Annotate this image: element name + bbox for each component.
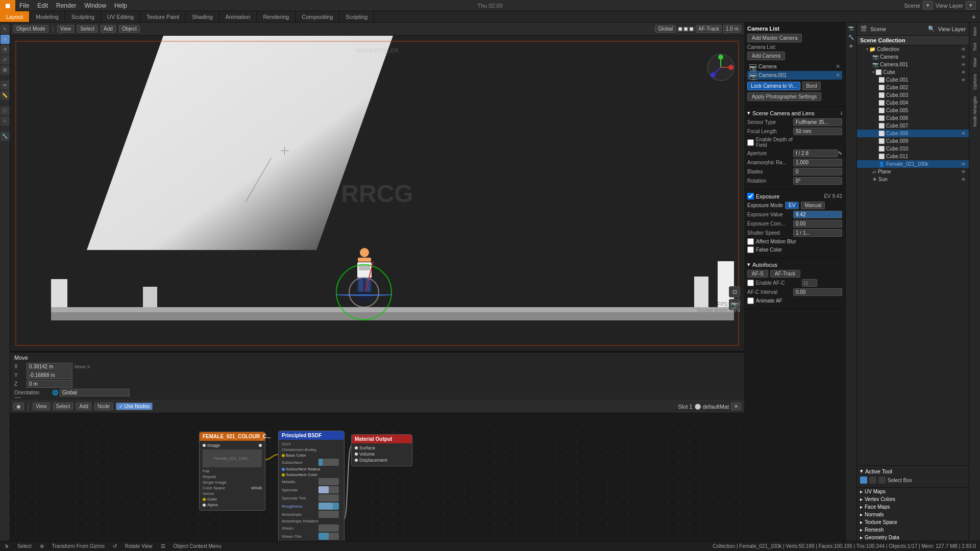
sc-camera001[interactable]: 📷 Camera.001 👁 [857, 61, 969, 68]
sc-cube010[interactable]: ⬜ Cube.010 [857, 145, 969, 153]
sc-cube005[interactable]: ⬜ Cube.005 [857, 107, 969, 114]
tp-orientation-select[interactable] [60, 389, 130, 396]
blades-value[interactable]: 0 [793, 168, 842, 176]
tab-rendering[interactable]: Rendering [257, 11, 296, 22]
menu-edit[interactable]: Edit [33, 0, 52, 11]
sc-cube009[interactable]: ⬜ Cube.009 [857, 137, 969, 145]
tab-uv-editing[interactable]: UV Editing [101, 11, 140, 22]
menu-help[interactable]: Help [110, 0, 131, 11]
scene-selector[interactable]: ▾ [923, 1, 933, 10]
toolbar-move[interactable]: ⊕ [1, 35, 10, 44]
node-image-texture[interactable]: FEMALE_021_COLOUR_C... Image Female_021_… [199, 432, 265, 511]
apply-photographer-btn[interactable]: Apply Photographer Settings [747, 92, 821, 101]
bord-btn[interactable]: Bord [802, 82, 820, 90]
sc-cube008-eye[interactable]: 👁 [961, 131, 966, 136]
toolbar-add-cube[interactable]: □ [1, 106, 10, 115]
depth-of-field-check[interactable] [747, 139, 754, 146]
exposure-value-input[interactable]: 9.42 [793, 211, 842, 218]
camera-item-camera[interactable]: 📷 Camera ✕ [747, 62, 842, 71]
tab-item-right[interactable]: Item [971, 23, 978, 39]
camera-item-camera001[interactable]: 📷 Camera.001 ✕ [747, 71, 842, 80]
sc-female021-eye[interactable]: 👁 [961, 162, 966, 167]
camera-remove-camera[interactable]: ✕ [836, 63, 840, 70]
sc-cube-eye[interactable]: 👁 [961, 70, 966, 75]
tp-z-input[interactable] [27, 380, 72, 388]
geometry-data-title[interactable]: ▸ Geometry Data [860, 535, 966, 540]
active-tool-title[interactable]: ▾ Active Tool [860, 468, 966, 474]
view-layer-selector[interactable]: ▾ [966, 1, 976, 10]
aperture-value[interactable]: f / 2.8 [793, 149, 838, 157]
normals-title[interactable]: ▸ Normals [860, 512, 966, 517]
sc-sun-eye[interactable]: 👁 [961, 177, 966, 182]
remesh-title[interactable]: ▸ Remesh [860, 527, 966, 533]
sc-cube002[interactable]: ⬜ Cube.002 [857, 84, 969, 91]
viewport-overlay-btn[interactable]: AF-Track [696, 25, 722, 33]
sc-cube006[interactable]: ⬜ Cube.006 [857, 114, 969, 122]
camera-remove-camera001[interactable]: ✕ [836, 72, 840, 79]
sc-cube004[interactable]: ⬜ Cube.004 [857, 99, 969, 107]
tab-shading[interactable]: Shading [186, 11, 219, 22]
sc-cube011[interactable]: ⬜ Cube.011 [857, 153, 969, 160]
node-select-btn[interactable]: Select [53, 403, 74, 410]
sensor-type-select[interactable]: Fullframe 35... [793, 118, 842, 126]
tab-compositing[interactable]: Compositing [296, 11, 339, 22]
focal-length-value[interactable]: 50 mm [793, 128, 842, 135]
texture-space-title[interactable]: ▸ Texture Space [860, 519, 966, 525]
sc-camera001-eye[interactable]: 👁 [961, 62, 966, 67]
animate-af-check[interactable] [747, 297, 754, 304]
face-maps-title[interactable]: ▸ Face Maps [860, 504, 966, 510]
tp-y-input[interactable] [27, 371, 72, 379]
tab-scripting[interactable]: Scripting [339, 11, 374, 22]
menu-file[interactable]: File [15, 0, 33, 11]
exposure-title[interactable]: Exposure [756, 193, 779, 199]
node-principled-bsdf[interactable]: Principled BSDF GGX Christensen-Burley B… [278, 431, 345, 551]
tab-layout[interactable]: Layout [0, 11, 30, 22]
viewport-snap-input[interactable]: 1.0 m [723, 25, 741, 33]
sc-cube003[interactable]: ⬜ Cube.003 [857, 91, 969, 99]
enable-afc-check[interactable] [747, 280, 754, 286]
tab-sculpting[interactable]: Sculpting [65, 11, 101, 22]
rotation-value[interactable]: 0° [793, 177, 842, 185]
node-add-btn[interactable]: Add [76, 403, 91, 410]
rp-tab-view[interactable]: 👁 [847, 42, 856, 51]
tab-texture-paint[interactable]: Texture Paint [140, 11, 186, 22]
tab-modeling[interactable]: Modeling [30, 11, 65, 22]
autofocus-title[interactable]: ▾ Autofocus [747, 261, 842, 268]
viewport-3d[interactable]: Camera Perspective (1) Collection | Fema… [10, 36, 744, 352]
viewport-add-btn[interactable]: Add [101, 25, 116, 33]
node-new-btn[interactable]: ✕ [731, 403, 741, 410]
node-use-nodes-btn[interactable]: ✓ Use Nodes [116, 403, 153, 410]
sc-camera-eye[interactable]: 👁 [961, 55, 966, 60]
anamorphic-value[interactable]: 1.000 [793, 159, 842, 166]
rp-tab-item[interactable]: 📷 [847, 23, 856, 33]
shutter-speed-value[interactable]: 1 / 1... [793, 229, 842, 237]
scene-camera-title[interactable]: ▾ Scene Camera and Lens ℹ [747, 110, 842, 116]
tp-x-input[interactable] [27, 363, 72, 370]
vertex-colors-title[interactable]: ▸ Vertex Colors [860, 496, 966, 502]
tab-options-right[interactable]: Options [971, 70, 978, 93]
aperture-edit-icon[interactable]: ✎ [838, 151, 842, 156]
node-material-output[interactable]: Material Output Surface Volume Displacem… [351, 434, 412, 466]
sc-collection-eye[interactable]: 👁 [961, 47, 966, 52]
sc-cube001[interactable]: ⬜ Cube.001 👁 [857, 76, 969, 84]
viewport-view-btn[interactable]: View [57, 25, 75, 33]
menu-window[interactable]: Window [80, 0, 110, 11]
toolbar-transform[interactable]: ⊞ [1, 65, 10, 74]
sc-cube008[interactable]: ⬜ Cube.008 👁 [857, 130, 969, 137]
tab-tool-right[interactable]: Tool [971, 39, 978, 55]
af-s-btn[interactable]: AF-S [747, 270, 768, 278]
node-node-btn[interactable]: Node [94, 403, 113, 410]
lock-camera-btn[interactable]: Lock Camera to Vi... [747, 82, 800, 90]
viewport-global-btn[interactable]: Global [655, 25, 676, 33]
menu-render[interactable]: Render [52, 0, 80, 11]
exposure-manual-btn[interactable]: Manual [801, 202, 825, 209]
viewport-mode-btn[interactable]: Object Mode [13, 25, 48, 33]
zoom-to-fit-btn[interactable]: ⊡ [729, 286, 740, 297]
add-camera-btn[interactable]: Add Camera [747, 52, 785, 60]
uv-maps-title[interactable]: ▸ UV Maps [860, 489, 966, 494]
sc-collection[interactable]: ▾ 📁 Collection 👁 [857, 45, 969, 53]
enable-afc-toggle[interactable]: □ [802, 279, 817, 287]
sc-female021[interactable]: 👤 Female_021_100k 👁 [857, 160, 969, 168]
sc-cube007[interactable]: ⬜ Cube.007 [857, 122, 969, 130]
af-track-btn[interactable]: AF-Track [770, 270, 800, 278]
